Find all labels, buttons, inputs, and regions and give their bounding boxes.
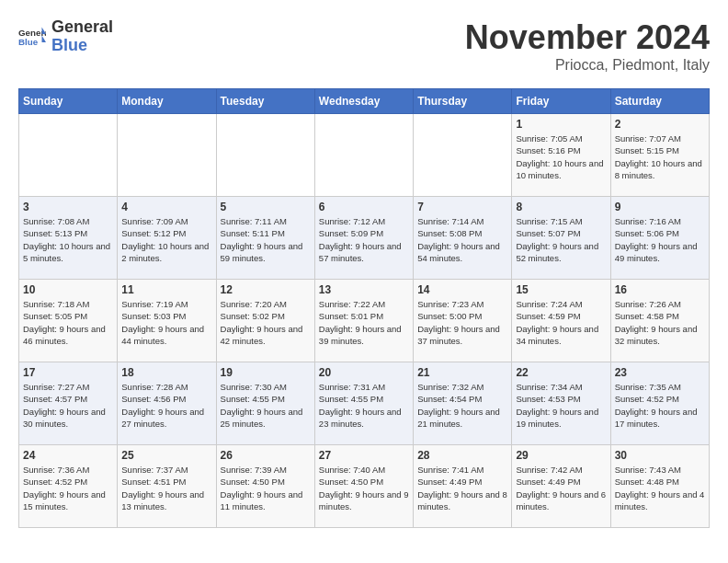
- calendar-cell: [414, 114, 512, 197]
- day-number: 5: [221, 201, 311, 213]
- day-info: Sunrise: 7:26 AM Sunset: 4:58 PM Dayligh…: [615, 298, 705, 347]
- day-info: Sunrise: 7:15 AM Sunset: 5:07 PM Dayligh…: [516, 215, 606, 264]
- weekday-header-monday: Monday: [118, 89, 216, 114]
- day-number: 26: [221, 449, 311, 462]
- calendar-cell: 20Sunrise: 7:31 AM Sunset: 4:55 PM Dayli…: [314, 362, 413, 445]
- calendar-cell: 30Sunrise: 7:43 AM Sunset: 4:48 PM Dayli…: [610, 445, 709, 528]
- day-info: Sunrise: 7:05 AM Sunset: 5:16 PM Dayligh…: [516, 132, 606, 181]
- day-info: Sunrise: 7:14 AM Sunset: 5:08 PM Dayligh…: [417, 215, 507, 264]
- calendar-cell: 24Sunrise: 7:36 AM Sunset: 4:52 PM Dayli…: [19, 445, 118, 528]
- calendar-cell: 6Sunrise: 7:12 AM Sunset: 5:09 PM Daylig…: [314, 197, 413, 280]
- calendar-body: 1Sunrise: 7:05 AM Sunset: 5:16 PM Daylig…: [19, 114, 710, 528]
- logo: General Blue General Blue: [18, 18, 113, 55]
- day-info: Sunrise: 7:35 AM Sunset: 4:52 PM Dayligh…: [615, 381, 705, 430]
- day-number: 29: [516, 449, 606, 462]
- calendar-week-row: 1Sunrise: 7:05 AM Sunset: 5:16 PM Daylig…: [19, 114, 710, 197]
- calendar-cell: 22Sunrise: 7:34 AM Sunset: 4:53 PM Dayli…: [512, 362, 610, 445]
- calendar-cell: 19Sunrise: 7:30 AM Sunset: 4:55 PM Dayli…: [216, 362, 314, 445]
- weekday-header-tuesday: Tuesday: [216, 89, 314, 114]
- weekday-header-sunday: Sunday: [19, 89, 118, 114]
- day-info: Sunrise: 7:39 AM Sunset: 4:50 PM Dayligh…: [221, 464, 311, 512]
- calendar-cell: 10Sunrise: 7:18 AM Sunset: 5:05 PM Dayli…: [19, 280, 118, 362]
- calendar-cell: 23Sunrise: 7:35 AM Sunset: 4:52 PM Dayli…: [610, 362, 709, 445]
- calendar-cell: 25Sunrise: 7:37 AM Sunset: 4:51 PM Dayli…: [118, 445, 216, 528]
- calendar-cell: [314, 114, 413, 197]
- day-info: Sunrise: 7:24 AM Sunset: 4:59 PM Dayligh…: [516, 298, 606, 347]
- day-number: 27: [319, 449, 409, 462]
- day-info: Sunrise: 7:31 AM Sunset: 4:55 PM Dayligh…: [319, 381, 409, 430]
- day-number: 17: [23, 366, 113, 379]
- day-number: 16: [615, 283, 705, 296]
- calendar-cell: [216, 114, 314, 197]
- calendar-cell: 27Sunrise: 7:40 AM Sunset: 4:50 PM Dayli…: [314, 445, 413, 528]
- day-info: Sunrise: 7:36 AM Sunset: 4:52 PM Dayligh…: [23, 464, 113, 512]
- calendar-cell: 1Sunrise: 7:05 AM Sunset: 5:16 PM Daylig…: [512, 114, 610, 197]
- day-info: Sunrise: 7:27 AM Sunset: 4:57 PM Dayligh…: [23, 381, 113, 430]
- weekday-header-wednesday: Wednesday: [314, 89, 413, 114]
- calendar-cell: 3Sunrise: 7:08 AM Sunset: 5:13 PM Daylig…: [19, 197, 118, 280]
- weekday-header-friday: Friday: [512, 89, 610, 114]
- calendar-week-row: 24Sunrise: 7:36 AM Sunset: 4:52 PM Dayli…: [19, 445, 710, 528]
- calendar-cell: 29Sunrise: 7:42 AM Sunset: 4:49 PM Dayli…: [512, 445, 610, 528]
- day-info: Sunrise: 7:28 AM Sunset: 4:56 PM Dayligh…: [121, 381, 211, 430]
- day-number: 3: [23, 201, 113, 213]
- calendar-cell: 9Sunrise: 7:16 AM Sunset: 5:06 PM Daylig…: [610, 197, 709, 280]
- calendar-cell: [118, 114, 216, 197]
- day-info: Sunrise: 7:12 AM Sunset: 5:09 PM Dayligh…: [319, 215, 409, 264]
- day-info: Sunrise: 7:20 AM Sunset: 5:02 PM Dayligh…: [221, 298, 311, 347]
- day-info: Sunrise: 7:07 AM Sunset: 5:15 PM Dayligh…: [615, 132, 705, 181]
- day-number: 14: [417, 283, 507, 296]
- title-block: November 2024 Priocca, Piedmont, Italy: [465, 18, 710, 74]
- calendar-cell: 13Sunrise: 7:22 AM Sunset: 5:01 PM Dayli…: [314, 280, 413, 362]
- calendar-cell: [19, 114, 118, 197]
- day-info: Sunrise: 7:23 AM Sunset: 5:00 PM Dayligh…: [417, 298, 507, 347]
- calendar-cell: 18Sunrise: 7:28 AM Sunset: 4:56 PM Dayli…: [118, 362, 216, 445]
- calendar-cell: 15Sunrise: 7:24 AM Sunset: 4:59 PM Dayli…: [512, 280, 610, 362]
- day-info: Sunrise: 7:22 AM Sunset: 5:01 PM Dayligh…: [319, 298, 409, 347]
- calendar-week-row: 10Sunrise: 7:18 AM Sunset: 5:05 PM Dayli…: [19, 280, 710, 362]
- logo-general-text: General: [51, 18, 113, 37]
- day-number: 19: [221, 366, 311, 379]
- day-number: 11: [121, 283, 211, 296]
- day-info: Sunrise: 7:08 AM Sunset: 5:13 PM Dayligh…: [23, 215, 113, 264]
- day-number: 1: [516, 118, 606, 131]
- calendar-cell: 26Sunrise: 7:39 AM Sunset: 4:50 PM Dayli…: [216, 445, 314, 528]
- day-number: 10: [23, 283, 113, 296]
- calendar-cell: 5Sunrise: 7:11 AM Sunset: 5:11 PM Daylig…: [216, 197, 314, 280]
- day-info: Sunrise: 7:37 AM Sunset: 4:51 PM Dayligh…: [121, 464, 211, 512]
- calendar-cell: 28Sunrise: 7:41 AM Sunset: 4:49 PM Dayli…: [414, 445, 512, 528]
- calendar-cell: 7Sunrise: 7:14 AM Sunset: 5:08 PM Daylig…: [414, 197, 512, 280]
- day-number: 7: [417, 201, 507, 213]
- weekday-header-thursday: Thursday: [414, 89, 512, 114]
- logo-icon: General Blue: [18, 26, 46, 48]
- day-number: 15: [516, 283, 606, 296]
- day-info: Sunrise: 7:43 AM Sunset: 4:48 PM Dayligh…: [615, 464, 705, 512]
- calendar-week-row: 17Sunrise: 7:27 AM Sunset: 4:57 PM Dayli…: [19, 362, 710, 445]
- day-info: Sunrise: 7:34 AM Sunset: 4:53 PM Dayligh…: [516, 381, 606, 430]
- calendar-cell: 14Sunrise: 7:23 AM Sunset: 5:00 PM Dayli…: [414, 280, 512, 362]
- day-number: 22: [516, 366, 606, 379]
- day-info: Sunrise: 7:16 AM Sunset: 5:06 PM Dayligh…: [615, 215, 705, 264]
- weekday-header-row: SundayMondayTuesdayWednesdayThursdayFrid…: [19, 89, 710, 114]
- day-info: Sunrise: 7:19 AM Sunset: 5:03 PM Dayligh…: [121, 298, 211, 347]
- day-info: Sunrise: 7:30 AM Sunset: 4:55 PM Dayligh…: [221, 381, 311, 430]
- day-number: 20: [319, 366, 409, 379]
- day-number: 30: [615, 449, 705, 462]
- day-number: 24: [23, 449, 113, 462]
- calendar-cell: 4Sunrise: 7:09 AM Sunset: 5:12 PM Daylig…: [118, 197, 216, 280]
- calendar-cell: 16Sunrise: 7:26 AM Sunset: 4:58 PM Dayli…: [610, 280, 709, 362]
- day-number: 2: [615, 118, 705, 131]
- day-info: Sunrise: 7:18 AM Sunset: 5:05 PM Dayligh…: [23, 298, 113, 347]
- calendar-cell: 21Sunrise: 7:32 AM Sunset: 4:54 PM Dayli…: [414, 362, 512, 445]
- day-number: 13: [319, 283, 409, 296]
- day-number: 23: [615, 366, 705, 379]
- calendar-table: SundayMondayTuesdayWednesdayThursdayFrid…: [18, 88, 710, 528]
- day-number: 4: [121, 201, 211, 213]
- month-title: November 2024: [465, 18, 710, 57]
- location-title: Priocca, Piedmont, Italy: [465, 57, 710, 74]
- logo-blue-text: Blue: [51, 37, 113, 55]
- day-number: 25: [121, 449, 211, 462]
- page-header: General Blue General Blue November 2024 …: [18, 18, 710, 74]
- day-number: 21: [417, 366, 507, 379]
- calendar-cell: 8Sunrise: 7:15 AM Sunset: 5:07 PM Daylig…: [512, 197, 610, 280]
